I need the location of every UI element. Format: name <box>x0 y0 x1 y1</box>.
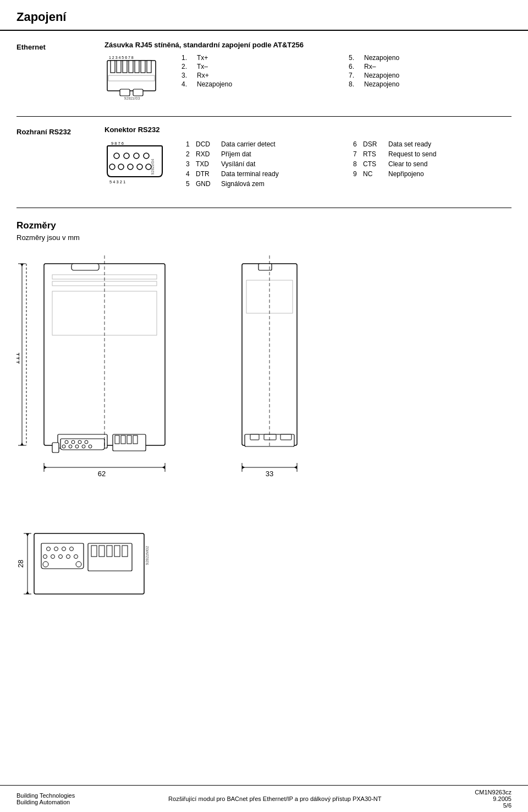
rs232-pin-name-6: DSR <box>363 140 388 148</box>
svg-point-88 <box>59 555 63 559</box>
rs232-pin-desc-4: Data terminal ready <box>221 170 279 178</box>
pin-name-1: Tx+ <box>197 53 224 62</box>
footer-date: 9.2005 <box>493 795 512 802</box>
rs232-section: Rozhraní RS232 Konektor RS232 9 8 7 6 <box>16 126 512 194</box>
rozmery-header: Rozměry Rozměry jsou v mm <box>16 217 512 253</box>
svg-point-31 <box>65 440 68 444</box>
ethernet-description: Zásuvka RJ45 stíněná, standardní zapojen… <box>105 41 512 49</box>
svg-marker-51 <box>162 466 165 469</box>
svg-rect-2 <box>111 61 115 73</box>
rs232-pin-row-8: 8 CTS Clear to send <box>353 159 512 169</box>
pin-name-7: Nezapojeno <box>364 71 392 80</box>
svg-text:9  8  7  6: 9 8 7 6 <box>111 141 124 146</box>
svg-marker-73 <box>294 466 297 469</box>
rs232-pin-num-1: 1 <box>186 140 196 148</box>
svg-rect-6 <box>135 61 139 73</box>
svg-point-20 <box>128 164 133 170</box>
pin-num-7: 7. <box>349 71 360 80</box>
svg-rect-11 <box>133 89 143 96</box>
rj45-svg: 1 2 3 4 5 6 7 8 <box>105 53 160 103</box>
svg-point-84 <box>62 547 66 551</box>
svg-rect-67 <box>280 434 292 440</box>
svg-rect-94 <box>91 546 97 557</box>
footer-center: Rozšiřující modul pro BACnet přes Ethern… <box>168 795 381 802</box>
svg-point-15 <box>124 153 129 159</box>
svg-point-86 <box>43 555 47 559</box>
svg-marker-58 <box>20 264 24 266</box>
svg-point-91 <box>43 562 48 567</box>
svg-rect-3 <box>117 61 121 73</box>
pin-num-2: 2. <box>182 62 193 71</box>
rs232-pin-num-9: 9 <box>353 170 363 178</box>
rs232-pin-row-6: 6 DSR Data set ready <box>353 139 512 149</box>
rozmery-title: Rozměry <box>16 220 512 231</box>
rozmery-section: Rozměry Rozměry jsou v mm <box>16 217 512 612</box>
rs232-pin-row-5: 5 GND Signálová zem <box>186 179 344 189</box>
rs232-pin-desc-5: Signálová zem <box>221 180 265 188</box>
pin-name-4: Nezapojeno <box>197 80 224 89</box>
side-view-svg: 33 <box>215 253 336 495</box>
rs232-content: Konektor RS232 9 8 7 6 <box>105 126 512 194</box>
svg-point-87 <box>51 555 55 559</box>
svg-point-90 <box>74 555 78 559</box>
rs232-pin-row-9: 9 NC Nepřipojeno <box>353 169 512 179</box>
svg-point-82 <box>47 547 51 551</box>
page-footer: Building Technologies Building Automatio… <box>0 785 528 812</box>
front-view-drawing: 62 111 <box>16 253 193 495</box>
rs232-pin-row-3: 3 TXD Vysílání dat <box>186 159 344 169</box>
rs232-pin-desc-9: Nepřipojeno <box>388 170 424 178</box>
svg-text:9282z/04: 9282z/04 <box>151 159 155 175</box>
footer-doc-id: CM1N9263cz <box>475 789 512 795</box>
svg-rect-5 <box>129 61 133 73</box>
rs232-pin-name-4: DTR <box>196 170 221 178</box>
rs232-pin-name-3: TXD <box>196 160 221 168</box>
svg-rect-41 <box>115 435 119 444</box>
svg-text:5  4  3  2  1: 5 4 3 2 1 <box>109 179 125 184</box>
pin-name-2: Tx– <box>197 62 224 71</box>
svg-rect-44 <box>133 435 138 444</box>
svg-point-83 <box>54 547 58 551</box>
ethernet-detail: 1 2 3 4 5 6 7 8 <box>105 53 512 103</box>
pin-num-1: 1. <box>182 53 193 62</box>
main-content: Ethernet Zásuvka RJ45 stíněná, standardn… <box>0 41 528 612</box>
footer-product: Rozšiřující modul pro BACnet přes Ethern… <box>168 795 381 802</box>
pin-grid: 1. Tx+ 5. Nezapojeno 2. Tx– 6. Rx– <box>182 53 512 89</box>
rs232-pin-num-5: 5 <box>186 180 196 188</box>
svg-rect-7 <box>141 61 145 73</box>
pin-num-3: 3. <box>182 71 193 80</box>
rs232-pin-name-5: GND <box>196 180 221 188</box>
ethernet-section: Ethernet Zásuvka RJ45 stíněná, standardn… <box>16 41 512 103</box>
rs232-pin-name-7: RTS <box>363 150 388 158</box>
svg-marker-50 <box>44 466 47 469</box>
footer-division: Building Automation <box>16 799 75 805</box>
svg-point-19 <box>118 164 124 170</box>
rs232-pin-name-8: CTS <box>363 160 388 168</box>
svg-rect-43 <box>127 435 131 444</box>
rs232-pin-row-7: 7 RTS Request to send <box>353 149 512 159</box>
page-number: 5/6 <box>503 802 512 809</box>
svg-rect-26 <box>72 264 99 270</box>
svg-rect-98 <box>122 546 128 557</box>
pin-name-3: Rx+ <box>197 71 224 80</box>
rs232-konektor-label: Konektor RS232 <box>105 126 512 134</box>
bottom-view-drawing: 28 <box>16 511 512 612</box>
ethernet-row: Ethernet Zásuvka RJ45 stíněná, standardn… <box>16 41 512 103</box>
svg-point-16 <box>134 153 139 159</box>
rs232-row: Rozhraní RS232 Konektor RS232 9 8 7 6 <box>16 126 512 194</box>
rs232-pin-name-1: DCD <box>196 140 221 148</box>
svg-rect-42 <box>121 435 125 444</box>
rs232-pin-num-3: 3 <box>186 160 196 168</box>
rs232-pin-name-9: NC <box>363 170 388 178</box>
svg-marker-59 <box>20 443 24 445</box>
rozmery-subtitle: Rozměry jsou v mm <box>16 233 512 242</box>
svg-rect-65 <box>250 434 259 440</box>
svg-text:9282zM02: 9282zM02 <box>145 546 150 565</box>
ethernet-pins: 1. Tx+ 5. Nezapojeno 2. Tx– 6. Rx– <box>182 53 512 89</box>
pin-name-6: Rx– <box>364 62 392 71</box>
page: Zapojení Ethernet Zásuvka RJ45 stíněná, … <box>0 0 528 812</box>
section-divider-2 <box>16 208 512 208</box>
svg-rect-8 <box>147 61 151 73</box>
svg-rect-95 <box>99 546 105 557</box>
dsub-diagram: 9 8 7 6 <box>105 139 165 194</box>
svg-rect-96 <box>107 546 112 557</box>
